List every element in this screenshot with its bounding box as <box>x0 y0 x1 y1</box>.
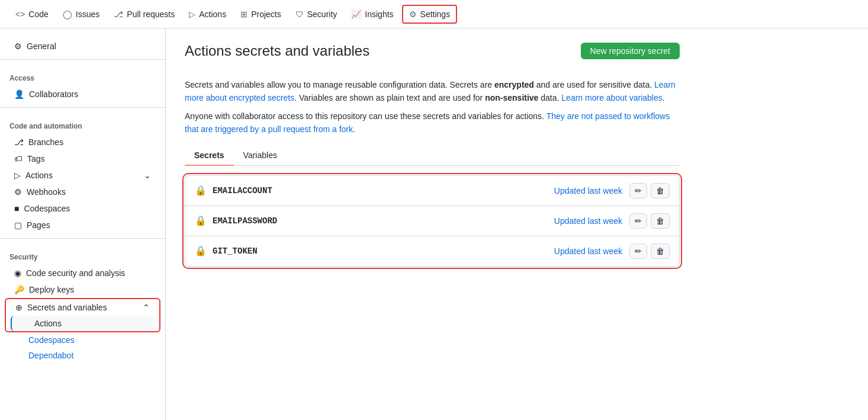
page-header: Actions secrets and variables New reposi… <box>185 43 680 69</box>
edit-emailpassword-button[interactable]: ✏ <box>629 213 647 229</box>
nav-security[interactable]: 🛡 Security <box>290 6 343 23</box>
sidebar-branches-label: Branches <box>28 137 63 147</box>
pull-requests-icon: ⎇ <box>114 9 123 19</box>
nav-code[interactable]: <> Code <box>9 6 54 23</box>
tab-secrets[interactable]: Secrets <box>185 146 234 166</box>
sidebar-pages-label: Pages <box>27 220 50 230</box>
lock-icon-emailpassword: 🔒 <box>195 215 207 226</box>
sidebar-item-branches[interactable]: ⎇ Branches <box>5 134 160 150</box>
codespaces-icon: ■ <box>14 204 19 213</box>
sidebar-item-collaborators[interactable]: 👤 Collaborators <box>5 86 160 102</box>
chevron-down-icon: ⌄ <box>144 171 151 180</box>
nav-actions[interactable]: ▷ Actions <box>183 6 232 23</box>
sidebar-actions-sub-label: Actions <box>34 319 62 328</box>
sidebar-item-actions[interactable]: ▷ Actions ⌄ <box>5 167 160 184</box>
sidebar-sub-item-dependabot[interactable]: Dependabot <box>5 348 160 363</box>
desc-text-4: data. <box>538 93 561 102</box>
sidebar-security-section: Security <box>0 243 165 265</box>
secret-actions-emailpassword: ✏ 🗑 <box>629 213 670 229</box>
secrets-variables-left: ⊕ Secrets and variables <box>15 303 107 312</box>
sidebar-actions-label: Actions <box>25 171 53 180</box>
secrets-variables-icon: ⊕ <box>15 303 22 312</box>
desc-text-1: Secrets and variables allow you to manag… <box>185 80 494 89</box>
description-2: Anyone with collaborator access to this … <box>185 110 680 136</box>
nav-pull-requests[interactable]: ⎇ Pull requests <box>108 6 181 23</box>
nav-projects[interactable]: ⊞ Projects <box>234 6 287 23</box>
sidebar-code-automation-section: Code and automation <box>0 113 165 134</box>
table-row: 🔒 GIT_TOKEN Updated last week ✏ 🗑 <box>185 236 679 266</box>
tab-variables-label: Variables <box>243 150 277 160</box>
tags-icon: 🏷 <box>14 154 22 163</box>
sidebar-codespaces-label: Codespaces <box>24 204 70 213</box>
sidebar-sub-item-codespaces[interactable]: Codespaces <box>5 332 160 348</box>
desc-text-5: . <box>663 93 665 102</box>
new-repository-secret-button[interactable]: New repository secret <box>581 43 680 59</box>
tab-secrets-label: Secrets <box>194 150 224 160</box>
security-icon: 🛡 <box>295 9 304 19</box>
sidebar-item-general[interactable]: ⚙ General <box>5 38 160 54</box>
actions-sidebar-icon: ▷ <box>14 171 21 180</box>
tabs: Secrets Variables <box>185 146 680 166</box>
sidebar-collaborators-label: Collaborators <box>29 89 78 99</box>
delete-emailpassword-button[interactable]: 🗑 <box>651 213 670 229</box>
sidebar-divider-2 <box>0 107 165 108</box>
sidebar-tags-label: Tags <box>27 154 45 163</box>
secrets-variables-section: ⊕ Secrets and variables ⌃ Actions <box>5 298 160 332</box>
nav-issues[interactable]: ◯ Issues <box>57 6 105 23</box>
top-nav: <> Code ◯ Issues ⎇ Pull requests ▷ Actio… <box>0 0 868 28</box>
table-row: 🔒 EMAILPASSWORD Updated last week ✏ 🗑 <box>185 206 679 236</box>
sidebar-dependabot-sub-label: Dependabot <box>28 351 73 360</box>
nav-projects-label: Projects <box>251 9 281 19</box>
sidebar-deploy-keys-label: Deploy keys <box>29 285 74 294</box>
tab-variables[interactable]: Variables <box>234 146 287 166</box>
chevron-up-icon: ⌃ <box>143 303 150 312</box>
sidebar-access-section: Access <box>0 65 165 86</box>
sidebar-item-deploy-keys[interactable]: 🔑 Deploy keys <box>5 281 160 298</box>
learn-more-variables-link[interactable]: Learn more about variables <box>561 93 662 102</box>
insights-icon: 📈 <box>351 9 361 19</box>
pages-icon: ▢ <box>14 220 22 230</box>
sidebar-item-codespaces[interactable]: ■ Codespaces <box>5 200 160 217</box>
sidebar-item-secrets-variables[interactable]: ⊕ Secrets and variables ⌃ <box>6 299 159 316</box>
sidebar-item-code-security[interactable]: ◉ Code security and analysis <box>5 265 160 281</box>
nav-insights[interactable]: 📈 Insights <box>345 6 399 23</box>
main-content: Actions secrets and variables New reposi… <box>166 28 699 420</box>
sidebar-codespaces-sub-label: Codespaces <box>28 335 75 345</box>
edit-emailaccount-button[interactable]: ✏ <box>629 183 647 198</box>
description-1: Secrets and variables allow you to manag… <box>185 78 680 105</box>
desc-text-2: and are used for sensitive data. <box>534 80 654 89</box>
nav-security-label: Security <box>307 9 337 19</box>
delete-git-token-button[interactable]: 🗑 <box>651 243 670 259</box>
nav-actions-label: Actions <box>199 9 226 19</box>
secret-actions-emailaccount: ✏ 🗑 <box>629 183 670 198</box>
desc-text-3: . Variables are shown as plain text and … <box>294 93 485 102</box>
sidebar-sub-item-actions[interactable]: Actions <box>11 316 155 331</box>
table-row: 🔒 EMAILACCOUNT Updated last week ✏ 🗑 <box>185 176 679 206</box>
sidebar-webhooks-label: Webhooks <box>27 187 66 197</box>
secret-actions-git-token: ✏ 🗑 <box>629 243 670 259</box>
sidebar-item-pages[interactable]: ▢ Pages <box>5 217 160 233</box>
delete-emailaccount-button[interactable]: 🗑 <box>651 183 670 198</box>
page-layout: ⚙ General Access 👤 Collaborators Code an… <box>0 28 868 420</box>
sidebar-secrets-variables-label: Secrets and variables <box>27 303 107 312</box>
sidebar-item-webhooks[interactable]: ⚙ Webhooks <box>5 184 160 200</box>
webhooks-icon: ⚙ <box>14 187 22 197</box>
sidebar-general-label: General <box>27 41 56 51</box>
secrets-table: 🔒 EMAILACCOUNT Updated last week ✏ 🗑 🔒 E… <box>185 175 680 267</box>
desc-collab: Anyone with collaborator access to this … <box>185 111 546 121</box>
edit-git-token-button[interactable]: ✏ <box>629 243 647 259</box>
collaborators-icon: 👤 <box>14 89 24 99</box>
sidebar-divider-1 <box>0 59 165 60</box>
nav-issues-label: Issues <box>76 9 99 19</box>
nav-settings[interactable]: ⚙ Settings <box>402 5 458 24</box>
code-icon: <> <box>15 9 25 19</box>
nav-code-label: Code <box>28 9 48 19</box>
desc-collab-end: . <box>353 124 355 134</box>
deploy-keys-icon: 🔑 <box>14 285 24 294</box>
settings-icon: ⚙ <box>409 9 417 19</box>
nav-pull-requests-label: Pull requests <box>127 9 175 19</box>
sidebar-item-tags[interactable]: 🏷 Tags <box>5 150 160 167</box>
issues-icon: ◯ <box>63 9 72 19</box>
desc-nonsensitive: non-sensitive <box>485 93 538 102</box>
general-icon: ⚙ <box>14 41 22 51</box>
